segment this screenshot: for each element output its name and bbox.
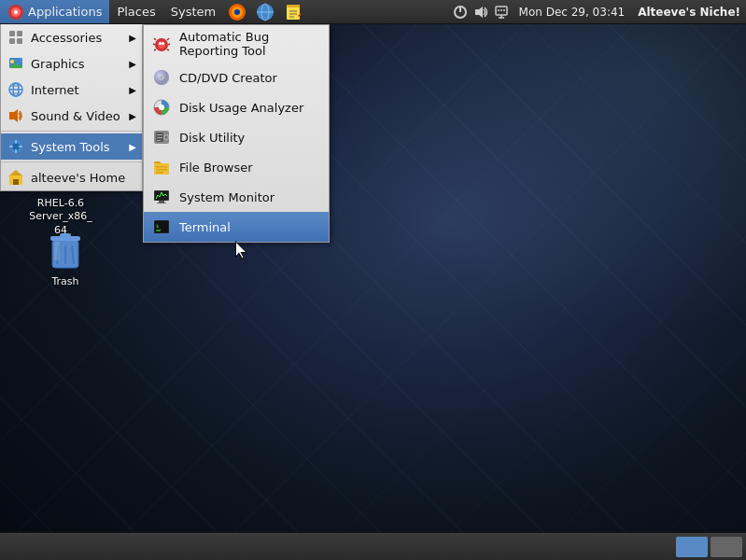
disk-usage-icon	[151, 97, 172, 118]
svg-rect-97	[157, 203, 166, 203]
submenu-disk-utility[interactable]: Disk Utility	[144, 122, 329, 152]
submenu-bug-report[interactable]: Automatic Bug Reporting Tool	[144, 25, 329, 63]
terminal-icon: $_	[151, 217, 172, 237]
system-menu[interactable]: System	[163, 0, 223, 23]
svg-rect-88	[157, 137, 162, 138]
svg-rect-46	[9, 38, 15, 44]
firefox-button[interactable]	[223, 0, 251, 23]
sound-video-icon	[7, 106, 25, 125]
power-tray-icon[interactable]	[452, 4, 469, 21]
svg-rect-65	[13, 179, 19, 185]
disk-utility-icon	[151, 127, 172, 147]
svg-line-76	[167, 49, 169, 50]
system-tools-icon	[7, 137, 25, 156]
bug-report-label: Automatic Bug Reporting Tool	[179, 30, 321, 58]
home-menu-label: alteeve's Home	[31, 171, 125, 185]
top-taskbar: Applications Places System	[0, 0, 746, 24]
svg-rect-89	[157, 140, 161, 141]
accessories-icon	[7, 28, 25, 47]
disk-utility-label: Disk Utility	[179, 131, 245, 145]
text-editor-button[interactable]	[279, 0, 307, 23]
svg-rect-87	[157, 134, 162, 135]
svg-line-71	[154, 38, 156, 40]
menu-item-internet[interactable]: Internet ▶	[1, 77, 142, 103]
svg-rect-10	[287, 5, 300, 7]
graphics-label: Graphics	[31, 57, 84, 71]
cd-creator-icon	[151, 67, 172, 88]
svg-marker-16	[475, 7, 483, 18]
desktop-background-highlight	[279, 0, 746, 373]
system-label: System	[171, 5, 216, 19]
svg-rect-47	[17, 38, 22, 44]
menu-divider-1	[1, 131, 142, 132]
svg-rect-45	[17, 31, 22, 36]
svg-line-75	[154, 49, 156, 50]
places-menu[interactable]: Places	[109, 0, 162, 23]
svg-point-86	[165, 136, 168, 139]
home-menu-icon	[7, 168, 25, 187]
submenu-cd-creator[interactable]: CD/DVD Creator	[144, 63, 329, 92]
svg-text:$_: $_	[156, 223, 162, 230]
bug-report-icon	[151, 34, 172, 54]
svg-marker-63	[8, 170, 23, 176]
volume-tray-icon[interactable]	[472, 4, 489, 21]
graphics-icon	[7, 54, 25, 73]
disk-usage-label: Disk Usage Analyzer	[179, 101, 303, 115]
svg-rect-59	[15, 140, 17, 144]
clock-display: Mon Dec 29, 03:41	[514, 6, 631, 19]
svg-point-49	[10, 60, 14, 63]
text-editor-icon	[284, 3, 303, 21]
system-tools-arrow: ▶	[129, 142, 136, 152]
network-tray-icon[interactable]	[493, 4, 510, 21]
system-monitor-label: System Monitor	[179, 190, 274, 204]
svg-rect-60	[15, 149, 17, 153]
svg-line-74	[168, 44, 170, 45]
taskbar-right: Mon Dec 29, 03:41 Alteeve's Niche!	[446, 4, 746, 21]
svg-rect-43	[54, 242, 60, 260]
submenu-file-browser[interactable]: File Browser	[144, 152, 329, 182]
applications-menu[interactable]: Applications	[0, 0, 109, 23]
submenu-system-monitor[interactable]: System Monitor	[144, 182, 329, 212]
trash-icon	[43, 227, 88, 272]
svg-rect-44	[9, 31, 15, 36]
globe-icon	[256, 3, 274, 21]
svg-point-82	[159, 105, 164, 110]
svg-point-58	[12, 143, 20, 150]
svg-line-73	[153, 44, 155, 45]
menu-item-system-tools[interactable]: System Tools ▶	[1, 133, 142, 160]
svg-point-2	[14, 10, 18, 14]
svg-rect-96	[159, 201, 164, 203]
svg-point-69	[159, 42, 162, 45]
svg-point-70	[162, 42, 164, 45]
svg-point-20	[498, 9, 500, 11]
menu-item-home[interactable]: alteeve's Home	[1, 164, 142, 190]
desktop-icon-trash[interactable]: Trash	[33, 223, 98, 292]
svg-rect-61	[9, 146, 13, 147]
sound-video-arrow: ▶	[129, 111, 136, 121]
submenu-disk-usage[interactable]: Disk Usage Analyzer	[144, 92, 329, 122]
svg-rect-39	[60, 233, 71, 237]
svg-rect-91	[156, 166, 167, 168]
applications-menu-panel: Accessories ▶ Graphics ▶ Internet ▶	[0, 24, 143, 191]
menu-item-graphics[interactable]: Graphics ▶	[1, 50, 142, 77]
svg-point-80	[161, 77, 163, 79]
workspace-2-button[interactable]	[711, 537, 742, 557]
submenu-terminal[interactable]: $_ Terminal	[144, 212, 329, 242]
menu-item-accessories[interactable]: Accessories ▶	[1, 24, 142, 50]
volume-icon	[473, 5, 488, 20]
workspace-1-button[interactable]	[676, 537, 708, 557]
applications-label: Applications	[28, 5, 102, 19]
svg-point-21	[500, 9, 502, 11]
terminal-label: Terminal	[179, 220, 231, 234]
file-browser-icon	[151, 157, 172, 177]
menu-item-sound-video[interactable]: Sound & Video ▶	[1, 103, 142, 129]
bottom-taskbar	[0, 532, 746, 560]
extra-icon-1[interactable]	[251, 0, 279, 23]
svg-marker-56	[9, 109, 18, 122]
sound-video-label: Sound & Video	[31, 109, 120, 123]
file-browser-label: File Browser	[179, 161, 253, 175]
svg-point-68	[158, 41, 165, 49]
graphics-arrow: ▶	[129, 59, 136, 69]
accessories-label: Accessories	[31, 31, 102, 45]
accessories-arrow: ▶	[129, 33, 136, 43]
